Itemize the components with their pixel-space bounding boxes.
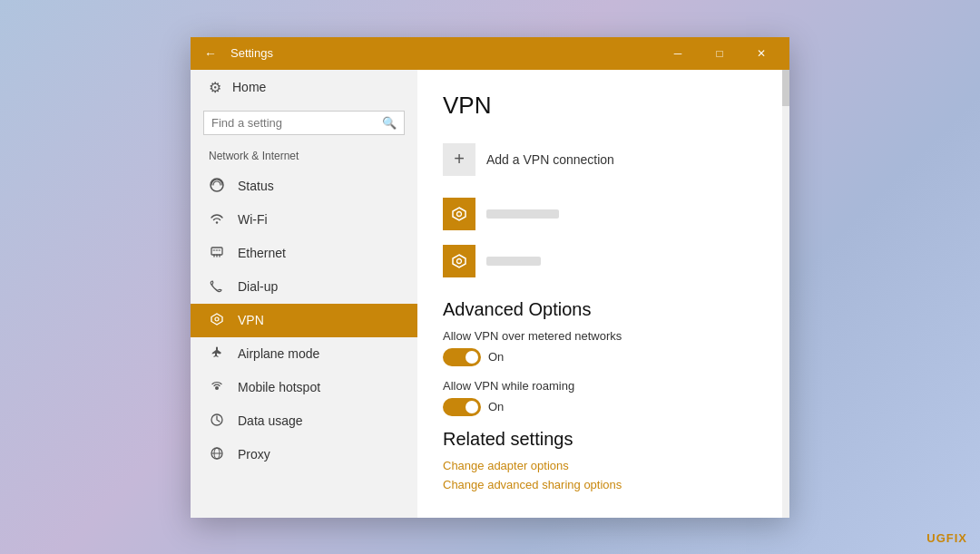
status-icon [209, 178, 225, 195]
watermark: UGFIX [926, 531, 967, 545]
home-label: Home [232, 80, 266, 94]
window-title: Settings [230, 46, 657, 60]
toggle-row-roaming: Allow VPN while roaming On [443, 379, 764, 416]
svg-point-1 [216, 221, 218, 223]
search-input[interactable] [211, 116, 377, 130]
watermark-ug: UG [926, 531, 946, 545]
vpn-connection-name-1 [486, 209, 559, 219]
vpn-connection-1[interactable] [443, 192, 764, 236]
svg-point-12 [457, 258, 462, 263]
maximize-button[interactable]: □ [699, 37, 740, 70]
datausage-icon [209, 413, 225, 430]
sidebar-item-status[interactable]: Status [191, 170, 417, 203]
minimize-button[interactable]: ─ [657, 37, 699, 70]
sidebar-item-dialup-label: Dial-up [238, 279, 278, 294]
sidebar-item-home[interactable]: ⚙ Home [191, 70, 417, 105]
sidebar-item-airplane[interactable]: Airplane mode [191, 337, 417, 371]
scrollbar-thumb[interactable] [782, 70, 789, 106]
sidebar-item-datausage-label: Data usage [238, 413, 303, 428]
toggle-metered-label: Allow VPN over metered networks [443, 329, 764, 343]
scrollbar-track [782, 70, 789, 518]
vpn-connection-name-2 [486, 257, 541, 266]
window-controls: ─ □ ✕ [657, 37, 782, 70]
sidebar-item-hotspot[interactable]: Mobile hotspot [191, 371, 417, 404]
back-button[interactable]: ← [198, 41, 223, 66]
svg-marker-9 [453, 208, 466, 220]
sidebar-item-wifi[interactable]: Wi-Fi [191, 203, 417, 237]
sidebar-item-ethernet-label: Ethernet [238, 246, 286, 260]
svg-rect-2 [211, 248, 222, 255]
sidebar-item-ethernet[interactable]: Ethernet [191, 237, 417, 270]
search-box[interactable]: 🔍 [203, 111, 405, 135]
toggle-roaming-wrapper: On [443, 398, 764, 416]
toggle-metered-state: On [488, 350, 504, 364]
svg-marker-11 [453, 255, 466, 267]
change-sharing-options-link[interactable]: Change advanced sharing options [443, 478, 764, 491]
toggle-roaming-state: On [488, 400, 504, 413]
sidebar-item-dialup[interactable]: Dial-up [191, 270, 417, 304]
watermark-fix: FIX [946, 531, 967, 545]
page-title: VPN [443, 92, 764, 120]
wifi-icon [209, 211, 225, 228]
sidebar-item-proxy-label: Proxy [238, 447, 270, 462]
related-settings-heading: Related settings [443, 429, 764, 450]
main-content: VPN + Add a VPN connection Advanced Opti… [417, 70, 789, 518]
settings-window: ← Settings ─ □ ✕ ⚙ Home 🔍 Network & Inte… [191, 37, 789, 518]
sidebar-item-status-label: Status [238, 179, 274, 193]
sidebar: ⚙ Home 🔍 Network & Internet Status Wi-Fi [191, 70, 417, 518]
section-label: Network & Internet [191, 146, 417, 170]
airplane-icon [209, 345, 225, 363]
close-button[interactable]: ✕ [740, 37, 782, 70]
vpn-connection-icon-1 [443, 198, 475, 230]
add-vpn-button[interactable]: + Add a VPN connection [443, 136, 764, 183]
vpn-icon [209, 312, 225, 329]
toggle-metered[interactable] [443, 348, 481, 366]
sidebar-item-datausage[interactable]: Data usage [191, 404, 417, 438]
toggle-row-metered: Allow VPN over metered networks On [443, 329, 764, 366]
sidebar-item-airplane-label: Airplane mode [238, 346, 319, 361]
sidebar-item-proxy[interactable]: Proxy [191, 438, 417, 471]
hotspot-icon [209, 379, 225, 396]
dialup-icon [209, 278, 225, 296]
ethernet-icon [209, 245, 225, 262]
vpn-connection-icon-2 [443, 245, 475, 277]
svg-point-10 [457, 211, 462, 216]
gear-icon: ⚙ [209, 79, 221, 96]
add-vpn-icon: + [443, 143, 475, 176]
content-area: ⚙ Home 🔍 Network & Internet Status Wi-Fi [191, 70, 789, 518]
sidebar-item-vpn[interactable]: VPN [191, 304, 417, 337]
titlebar: ← Settings ─ □ ✕ [191, 37, 789, 70]
svg-marker-3 [211, 314, 222, 325]
svg-point-5 [215, 386, 219, 390]
toggle-roaming[interactable] [443, 398, 481, 416]
vpn-connection-2[interactable] [443, 239, 764, 283]
toggle-roaming-label: Allow VPN while roaming [443, 379, 764, 393]
toggle-metered-wrapper: On [443, 348, 764, 366]
search-icon: 🔍 [382, 116, 397, 130]
sidebar-item-wifi-label: Wi-Fi [238, 212, 268, 227]
sidebar-item-vpn-label: VPN [238, 313, 264, 327]
change-adapter-options-link[interactable]: Change adapter options [443, 459, 764, 472]
svg-point-0 [211, 179, 223, 191]
sidebar-item-hotspot-label: Mobile hotspot [238, 380, 320, 394]
svg-point-4 [215, 317, 219, 321]
advanced-options-heading: Advanced Options [443, 299, 764, 320]
proxy-icon [209, 446, 225, 463]
add-vpn-label: Add a VPN connection [486, 152, 614, 167]
